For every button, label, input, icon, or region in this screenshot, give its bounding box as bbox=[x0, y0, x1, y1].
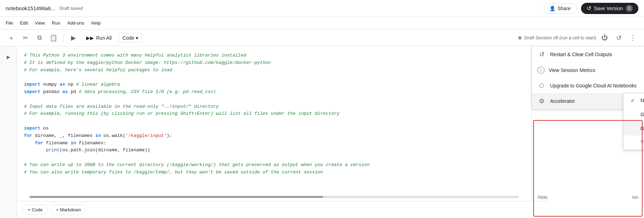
add-code-button[interactable]: + Code bbox=[23, 205, 48, 215]
restart-label: Restart & Clear Cell Outputs bbox=[550, 52, 612, 57]
code-line-6: import pandas as pd # data processing, C… bbox=[24, 88, 524, 96]
add-markdown-label: + Markdown bbox=[56, 207, 81, 212]
save-version-label: Save Version bbox=[594, 6, 623, 11]
attach-text: Attac bbox=[537, 194, 548, 200]
menu-view[interactable]: View bbox=[32, 19, 47, 27]
code-line-5: import numpy as np # linear algebra bbox=[24, 81, 524, 88]
session-status-text: Draft Session off (run a cell to start) bbox=[524, 35, 596, 40]
save-version-icon: ↺ bbox=[587, 5, 591, 12]
cell-run-button[interactable]: ▶ bbox=[4, 52, 13, 62]
dropdown-restart[interactable]: ↺ Restart & Clear Cell Outputs bbox=[532, 46, 644, 62]
upgrade-label: Upgrade to Google Cloud AI Notebooks bbox=[550, 83, 637, 88]
share-icon: 👤 bbox=[549, 6, 555, 11]
gpu-p100-label: GPU P100 bbox=[640, 126, 644, 131]
code-line-15 bbox=[24, 154, 524, 161]
dropdown-upgrade[interactable]: ⬡ Upgrade to Google Cloud AI Notebooks bbox=[532, 78, 644, 93]
right-sidebar: Notebook ▲ ↺ Restart & Clear Cell Output… bbox=[531, 46, 644, 218]
info-icon: i bbox=[537, 67, 544, 74]
code-line-3: # For example, here's several helpful pa… bbox=[24, 67, 524, 74]
submenu-gpu-p100[interactable]: GPU P100 bbox=[624, 121, 644, 136]
check-icon: ✓ bbox=[629, 98, 636, 103]
menu-addons[interactable]: Add-ons bbox=[64, 19, 87, 27]
horizontal-scrollbar[interactable] bbox=[30, 196, 519, 198]
refresh-button[interactable]: ↺ bbox=[613, 32, 624, 44]
scroll-thumb bbox=[30, 196, 323, 198]
menu-help[interactable]: Help bbox=[89, 19, 104, 27]
cell-gutter: ▶ bbox=[0, 46, 17, 218]
save-version-badge: 0 bbox=[626, 5, 633, 12]
code-line-12: for dirname, _, filenames in os.walk('/k… bbox=[24, 132, 524, 140]
ion-text: ion bbox=[632, 194, 638, 200]
run-all-label: Run All bbox=[96, 35, 111, 41]
copy-button[interactable]: ⧉ bbox=[34, 32, 45, 44]
submenu-none[interactable]: ✓ None bbox=[624, 93, 644, 107]
code-line-4 bbox=[24, 74, 524, 81]
restart-icon: ↺ bbox=[537, 51, 546, 58]
code-type-label: Code bbox=[122, 35, 134, 41]
menu-edit[interactable]: Edit bbox=[17, 19, 31, 27]
chevron-down-icon: ▾ bbox=[136, 35, 138, 41]
code-type-dropdown[interactable]: Code ▾ bbox=[119, 33, 142, 42]
add-code-label: + Code bbox=[28, 207, 43, 212]
code-line-11: import os bbox=[24, 125, 524, 132]
gpu-t4-label: GPU T4 x2 bbox=[640, 112, 644, 117]
top-bar: notebook151496a6... Draft saved 👤 Share … bbox=[0, 0, 644, 17]
code-editor[interactable]: # This Python 3 environment comes with m… bbox=[17, 46, 531, 218]
menu-bar: File Edit View Run Add-ons Help bbox=[0, 17, 644, 29]
dropdown-metrics[interactable]: i View Session Metrics bbox=[532, 62, 644, 78]
share-label: Share bbox=[557, 6, 570, 11]
dropdown-accelerator[interactable]: ⚙ Accelerator ▶ ✓ None GPU T4 x2 GPU bbox=[532, 93, 644, 109]
run-all-icon: ▶▶ bbox=[86, 35, 94, 41]
notebook-title: notebook151496a6... bbox=[6, 5, 55, 11]
accelerator-icon: ⚙ bbox=[537, 97, 546, 105]
code-line-10 bbox=[24, 118, 524, 125]
menu-file[interactable]: File bbox=[3, 19, 16, 27]
add-markdown-button[interactable]: + Markdown bbox=[51, 205, 86, 215]
draft-saved-status: Draft saved bbox=[59, 6, 83, 11]
code-line-17: # You can also write temporary files to … bbox=[24, 169, 524, 176]
toolbar-divider-1 bbox=[63, 34, 64, 42]
code-line-8: # Input data files are available in the … bbox=[24, 103, 524, 111]
session-status: Draft Session off (run a cell to start) bbox=[518, 35, 596, 40]
dropdown-menu: ↺ Restart & Clear Cell Outputs i View Se… bbox=[532, 46, 644, 109]
session-dot bbox=[518, 36, 522, 40]
code-line-7 bbox=[24, 96, 524, 103]
tpu-vm-label: TPU VM v3-8 bbox=[640, 140, 644, 145]
code-line-16: # You can write up to 20GB to the curren… bbox=[24, 161, 524, 169]
menu-run[interactable]: Run bbox=[49, 19, 63, 27]
code-line-14: print(os.path.join(dirname, filename)) bbox=[24, 147, 524, 154]
code-line-2: # It is defined by the kaggle/python Doc… bbox=[24, 59, 524, 67]
code-line-1: # This Python 3 environment comes with m… bbox=[24, 52, 524, 59]
code-line-13: for filename in filenames: bbox=[24, 140, 524, 147]
accelerator-submenu: ✓ None GPU T4 x2 GPU P100 TPU VM v3-8 bbox=[623, 93, 644, 150]
save-version-button[interactable]: ↺ Save Version 0 bbox=[581, 3, 639, 14]
add-cell-button[interactable]: ＋ bbox=[6, 32, 17, 44]
more-options-button[interactable]: ⋮ bbox=[627, 32, 638, 44]
power-button[interactable]: ⏻ bbox=[599, 32, 610, 44]
main-content: ▶ # This Python 3 environment comes with… bbox=[0, 46, 644, 218]
bottom-bar: + Code + Markdown bbox=[17, 201, 548, 218]
share-button[interactable]: 👤 Share bbox=[543, 3, 576, 14]
metrics-label: View Session Metrics bbox=[549, 67, 595, 73]
none-label: None bbox=[640, 98, 644, 103]
top-bar-left: notebook151496a6... Draft saved bbox=[6, 5, 83, 11]
top-bar-right: 👤 Share ↺ Save Version 0 bbox=[543, 3, 638, 14]
upgrade-icon: ⬡ bbox=[537, 82, 546, 89]
accelerator-label: Accelerator bbox=[550, 98, 630, 104]
submenu-tpu-vm[interactable]: TPU VM v3-8 bbox=[624, 136, 644, 150]
cut-button[interactable]: ✂ bbox=[20, 32, 31, 44]
run-all-button[interactable]: ▶▶ Run All bbox=[82, 34, 116, 42]
code-line-9: # For example, running this (by clicking… bbox=[24, 110, 524, 118]
submenu-gpu-t4[interactable]: GPU T4 x2 bbox=[624, 107, 644, 121]
paste-button[interactable]: 📋 bbox=[48, 32, 59, 44]
run-button[interactable]: ▶ bbox=[68, 32, 79, 44]
toolbar: ＋ ✂ ⧉ 📋 ▶ ▶▶ Run All Code ▾ Draft Sessio… bbox=[0, 29, 644, 46]
